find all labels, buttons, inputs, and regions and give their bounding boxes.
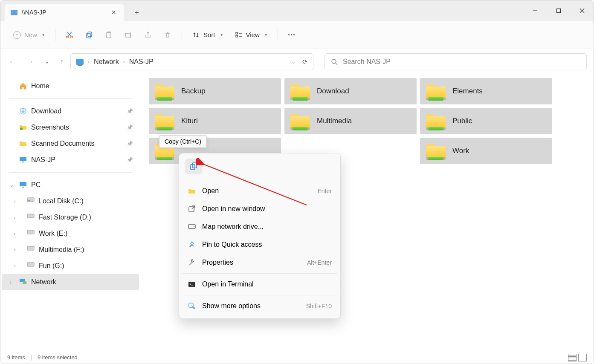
rename-icon: [125, 31, 132, 39]
more-options-icon: [188, 302, 196, 310]
copy-icon: [85, 31, 93, 39]
more-button[interactable]: [284, 32, 299, 38]
monitor-icon: [19, 181, 27, 189]
svg-point-21: [20, 127, 23, 130]
ctx-map-drive[interactable]: Map network drive...: [183, 218, 337, 236]
folder-kituri[interactable]: Kituri: [149, 108, 281, 134]
tab-nas-jp[interactable]: \\NAS-JP ✕: [5, 4, 124, 21]
drive-icon: [27, 197, 35, 205]
sidebar-drive-g[interactable]: › Fun (G:): [2, 258, 139, 274]
new-tab-button[interactable]: ＋: [128, 4, 145, 21]
svg-rect-15: [236, 35, 238, 37]
chevron-right-icon: ›: [123, 59, 125, 65]
chevron-right-icon[interactable]: ›: [14, 215, 16, 220]
folder-multimedia[interactable]: Multimedia: [284, 108, 417, 134]
copy-button[interactable]: [81, 29, 97, 41]
search-box[interactable]: [325, 53, 587, 70]
folder-work[interactable]: Work: [420, 138, 552, 164]
network-folder-icon: [155, 83, 174, 99]
sidebar-item-nasjp[interactable]: NAS-JP: [2, 152, 139, 168]
ctx-label: Map network drive...: [202, 223, 264, 231]
svg-rect-1: [556, 9, 560, 13]
chevron-right-icon[interactable]: ›: [14, 247, 16, 252]
recent-button[interactable]: ⌄: [43, 57, 51, 66]
svg-rect-9: [88, 32, 92, 37]
search-input[interactable]: [343, 58, 580, 66]
drive-icon: [27, 262, 35, 270]
chevron-down-icon[interactable]: ⌄: [291, 59, 296, 65]
sidebar-label: Scanned Documents: [31, 140, 95, 147]
ctx-pin[interactable]: Pin to Quick access: [183, 236, 337, 254]
chevron-right-icon[interactable]: ›: [14, 263, 16, 269]
sidebar-pc[interactable]: ⌄ PC: [2, 177, 139, 193]
cut-button[interactable]: [61, 29, 78, 41]
folder-elements[interactable]: Elements: [420, 78, 552, 104]
maximize-button[interactable]: [547, 2, 570, 20]
sidebar-drive-f[interactable]: › Multimedia (F:): [2, 242, 139, 258]
breadcrumb-network[interactable]: Network: [94, 58, 119, 66]
rename-button[interactable]: [120, 29, 136, 41]
details-view-button[interactable]: [568, 354, 577, 361]
svg-point-18: [332, 59, 336, 64]
view-icon: [235, 31, 243, 39]
sidebar-item-download[interactable]: Download: [2, 103, 139, 119]
ctx-more-options[interactable]: Show more options Shift+F10: [183, 297, 337, 315]
sidebar-drive-d[interactable]: › Fast Storage (D:): [2, 209, 139, 225]
close-tab-icon[interactable]: ✕: [110, 7, 118, 17]
wrench-icon: [188, 258, 196, 267]
ctx-shortcut: Alt+Enter: [307, 259, 332, 266]
home-icon: [19, 82, 27, 90]
refresh-button[interactable]: ⟳: [302, 58, 308, 66]
folder-label: Download: [317, 87, 349, 95]
back-button[interactable]: ←: [7, 56, 17, 67]
separator: [9, 172, 132, 173]
new-button[interactable]: + New ▾: [9, 29, 49, 41]
separator: [183, 295, 337, 295]
folder-public[interactable]: Public: [420, 108, 552, 134]
sidebar-home[interactable]: Home: [2, 78, 139, 94]
breadcrumb-current[interactable]: NAS-JP: [129, 58, 154, 66]
folder-icon: [19, 124, 27, 131]
sidebar-item-screenshots[interactable]: Screenshots: [2, 119, 139, 136]
chevron-right-icon[interactable]: ›: [14, 199, 16, 204]
more-icon: [288, 34, 295, 35]
ctx-open[interactable]: Open Enter: [183, 182, 337, 200]
close-window-button[interactable]: [570, 2, 594, 20]
share-button[interactable]: [140, 29, 156, 41]
folder-label: Public: [452, 117, 472, 125]
delete-button[interactable]: [159, 29, 176, 41]
separator: [183, 180, 337, 180]
ctx-open-new-window[interactable]: Open in new window: [183, 200, 337, 218]
svg-rect-30: [27, 246, 34, 250]
window-controls: [523, 2, 594, 20]
address-bar[interactable]: › Network › NAS-JP ⌄ ⟳: [70, 53, 313, 70]
sidebar-drive-e[interactable]: › Work (E:): [2, 225, 139, 242]
sidebar-drive-c[interactable]: › Local Disk (C:): [2, 193, 139, 209]
forward-button[interactable]: →: [25, 56, 35, 67]
chevron-down-icon[interactable]: ⌄: [10, 182, 14, 188]
icons-view-button[interactable]: [578, 354, 587, 361]
folder-backup[interactable]: Backup: [149, 78, 281, 104]
view-button[interactable]: View ▾: [231, 29, 272, 41]
sidebar-item-scanned[interactable]: Scanned Documents: [2, 136, 139, 152]
chevron-right-icon[interactable]: ›: [14, 231, 16, 236]
chevron-right-icon[interactable]: ›: [10, 280, 12, 285]
sort-button[interactable]: Sort ▾: [188, 29, 227, 41]
tooltip-text: Copy (Ctrl+C): [165, 138, 201, 145]
sidebar-network[interactable]: › Network: [2, 274, 139, 290]
ctx-terminal[interactable]: Open in Terminal: [183, 275, 337, 293]
ctx-copy-button[interactable]: [185, 159, 202, 174]
view-label: View: [246, 31, 260, 38]
ctx-shortcut: Shift+F10: [306, 303, 332, 309]
up-button[interactable]: ↑: [58, 56, 65, 67]
paste-button[interactable]: [101, 29, 117, 41]
folder-label: Backup: [181, 87, 206, 95]
svg-point-5: [71, 36, 73, 38]
svg-rect-28: [27, 214, 34, 218]
network-folder-icon: [426, 83, 446, 99]
network-icon: [19, 278, 27, 286]
minimize-button[interactable]: [523, 2, 547, 20]
title-bar: \\NAS-JP ✕ ＋: [0, 0, 594, 21]
ctx-properties[interactable]: Properties Alt+Enter: [183, 254, 337, 272]
folder-download[interactable]: Download: [284, 78, 417, 104]
